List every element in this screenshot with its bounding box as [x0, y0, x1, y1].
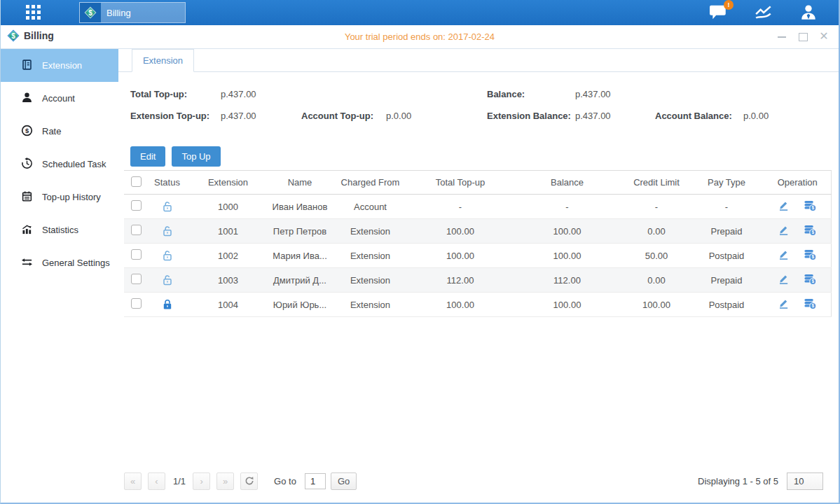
- balance: 100.00: [510, 244, 624, 268]
- minimize-icon[interactable]: [777, 31, 787, 41]
- topup-extension-icon[interactable]: $: [804, 298, 817, 312]
- select-all-checkbox[interactable]: [131, 176, 142, 187]
- sidebar-item-general-settings[interactable]: General Settings: [1, 246, 118, 279]
- extension-number: 1004: [186, 293, 270, 317]
- topup-extension-icon[interactable]: $: [804, 200, 817, 214]
- main-panel: Extension Total Top-up: p.437.00 Balance…: [118, 49, 839, 503]
- lock-status-icon[interactable]: [161, 200, 174, 211]
- user-account-icon[interactable]: [799, 4, 818, 21]
- extension-name: Юрий Юрь...: [270, 293, 330, 317]
- billing-diamond-icon: $: [80, 3, 101, 22]
- edit-extension-icon[interactable]: [778, 224, 790, 238]
- svg-text:$: $: [812, 254, 815, 260]
- account-balance-label: Account Balance:: [655, 111, 732, 121]
- close-icon[interactable]: ✕: [819, 31, 829, 41]
- charged-from: Extension: [330, 244, 411, 268]
- account-balance-value: p.0.00: [743, 111, 769, 121]
- tab-bar: Extension: [118, 49, 839, 72]
- total-topup-value: p.437.00: [221, 89, 256, 99]
- sidebar-item-topup-history[interactable]: Top-up History: [1, 181, 118, 214]
- topup-extension-icon[interactable]: $: [804, 273, 817, 288]
- extension-topup-value: p.437.00: [221, 111, 256, 121]
- lock-status-icon[interactable]: [161, 249, 174, 260]
- extension-name: Петр Петров: [270, 219, 330, 244]
- edit-button[interactable]: Edit: [130, 146, 165, 167]
- sidebar-item-scheduled-task[interactable]: Scheduled Task: [1, 148, 118, 181]
- lock-status-icon[interactable]: [161, 225, 174, 235]
- sidebar-item-rate[interactable]: $ Rate: [1, 115, 118, 148]
- edit-extension-icon[interactable]: [778, 200, 790, 214]
- goto-label: Go to: [274, 476, 296, 486]
- goto-page-input[interactable]: [305, 473, 326, 489]
- extension-number: 1002: [186, 244, 270, 268]
- row-checkbox[interactable]: [131, 249, 142, 260]
- extension-number: 1003: [186, 268, 270, 293]
- charged-from: Extension: [330, 219, 411, 244]
- col-total-topup: Total Top-up: [411, 171, 510, 195]
- sidebar-item-label: Scheduled Task: [42, 159, 106, 169]
- messages-icon[interactable]: !: [710, 4, 728, 21]
- prev-page-icon[interactable]: ‹: [148, 472, 165, 490]
- total-topup-label: Total Top-up:: [130, 89, 187, 99]
- total-topup: 112.00: [411, 268, 510, 293]
- col-status: Status: [148, 171, 186, 195]
- extension-number: 1000: [186, 195, 270, 219]
- topup-extension-icon[interactable]: $: [804, 224, 817, 239]
- general-settings-icon: [21, 256, 33, 270]
- balance: 112.00: [510, 268, 624, 293]
- lock-status-icon[interactable]: [161, 298, 174, 309]
- taskbar-tab-label: Billing: [106, 8, 131, 18]
- tab-extension[interactable]: Extension: [132, 49, 194, 72]
- sidebar-item-statistics[interactable]: Statistics: [1, 214, 118, 246]
- first-page-icon[interactable]: «: [124, 472, 142, 490]
- table-row: 1000 Иван Иванов Account - - - -: [124, 195, 831, 219]
- extension-topup-label: Extension Top-up:: [130, 111, 209, 121]
- credit-limit: 50.00: [624, 244, 689, 268]
- statistics-icon: [21, 223, 33, 237]
- refresh-icon[interactable]: [240, 472, 258, 490]
- col-balance: Balance: [510, 171, 624, 195]
- account-topup-label: Account Top-up:: [301, 111, 373, 121]
- row-checkbox[interactable]: [131, 225, 142, 235]
- scheduled-task-icon: [21, 158, 33, 172]
- sidebar-item-label: Statistics: [42, 225, 78, 235]
- next-page-icon[interactable]: ›: [193, 472, 210, 490]
- pay-type: Prepaid: [689, 268, 764, 293]
- charged-from: Account: [330, 195, 411, 219]
- maximize-icon[interactable]: [798, 31, 808, 41]
- page-size-value: 10: [794, 476, 804, 486]
- page-indicator: 1/1: [173, 476, 186, 486]
- lock-status-icon[interactable]: [161, 274, 174, 284]
- extension-balance-value: p.437.00: [575, 111, 611, 121]
- col-operation: Operation: [764, 171, 831, 195]
- taskbar-tab-billing[interactable]: $ Billing: [79, 2, 186, 23]
- extension-number: 1001: [186, 219, 270, 244]
- credit-limit: 100.00: [624, 293, 689, 317]
- topup-extension-icon[interactable]: $: [804, 248, 817, 263]
- app-launcher-icon[interactable]: [26, 5, 50, 20]
- account-icon: [21, 92, 33, 106]
- rate-icon: $: [21, 125, 33, 139]
- sidebar-item-label: Top-up History: [42, 192, 101, 202]
- svg-text:$: $: [812, 279, 815, 284]
- row-checkbox[interactable]: [131, 200, 142, 211]
- row-checkbox[interactable]: [131, 298, 142, 309]
- sidebar-item-label: Extension: [42, 60, 82, 71]
- sidebar-item-account[interactable]: Account: [1, 82, 118, 115]
- table-row: 1002 Мария Ива... Extension 100.00 100.0…: [124, 244, 831, 268]
- last-page-icon[interactable]: »: [216, 472, 234, 490]
- row-checkbox[interactable]: [131, 274, 142, 284]
- sidebar-item-label: General Settings: [42, 258, 110, 268]
- charged-from: Extension: [330, 268, 411, 293]
- sidebar-item-extension[interactable]: Extension: [1, 49, 118, 82]
- go-button[interactable]: Go: [331, 472, 357, 490]
- resource-monitor-icon[interactable]: [755, 4, 773, 21]
- edit-extension-icon[interactable]: [778, 273, 790, 287]
- balance-summary: Total Top-up: p.437.00 Balance: p.437.00…: [118, 83, 839, 131]
- top-up-button[interactable]: Top Up: [172, 146, 220, 167]
- edit-extension-icon[interactable]: [778, 298, 790, 312]
- edit-extension-icon[interactable]: [778, 248, 790, 262]
- balance: 100.00: [510, 219, 624, 244]
- account-topup-value: p.0.00: [386, 111, 411, 121]
- page-size-select[interactable]: 10: [787, 472, 823, 490]
